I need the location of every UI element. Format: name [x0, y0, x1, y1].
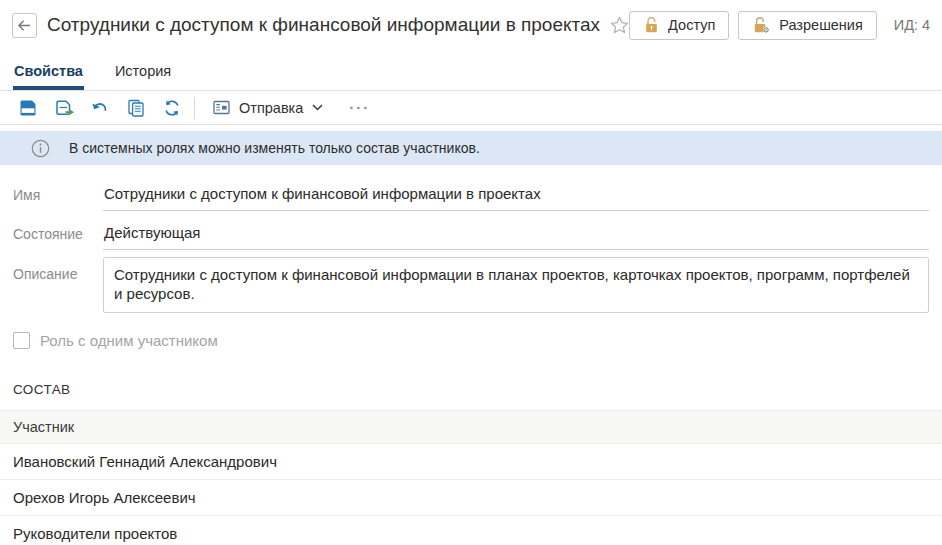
members-table: Участник Ивановский Геннадий Александров… [0, 410, 942, 545]
back-button[interactable] [12, 13, 37, 38]
copy-button[interactable] [118, 94, 154, 121]
table-row[interactable]: Ивановский Геннадий Александрович [0, 444, 942, 480]
save-button[interactable] [10, 94, 46, 121]
description-field-label: Описание [13, 257, 103, 282]
undo-icon [90, 98, 110, 118]
refresh-button[interactable] [154, 94, 190, 121]
name-field-label: Имя [13, 185, 103, 203]
permissions-button[interactable]: Разрешения [738, 11, 877, 40]
refresh-icon [162, 98, 182, 118]
send-button[interactable]: Отправка [203, 94, 333, 121]
info-icon [31, 139, 50, 158]
favorite-star-icon[interactable] [610, 16, 629, 34]
lock-icon [643, 16, 660, 34]
page-title: Сотрудники с доступом к финансовой инфор… [47, 14, 600, 36]
table-row[interactable]: Орехов Игорь Алексеевич [0, 480, 942, 516]
banner-message: В системных ролях можно изменять только … [69, 140, 480, 156]
single-member-label: Роль с одним участником [40, 332, 218, 349]
more-actions-button[interactable]: ··· [349, 99, 370, 116]
single-member-checkbox[interactable] [13, 332, 30, 349]
send-form-icon [213, 100, 230, 115]
page-header: Сотрудники с доступом к финансовой инфор… [0, 0, 942, 50]
members-section-title: СОСТАВ [13, 382, 929, 397]
tab-history[interactable]: История [114, 56, 172, 90]
chevron-down-icon [312, 104, 323, 111]
tab-bar: Свойства История [0, 50, 942, 91]
copy-icon [126, 98, 146, 118]
toolbar: Отправка ··· [0, 91, 942, 125]
send-button-label: Отправка [239, 100, 303, 116]
state-field-label: Состояние [13, 224, 103, 242]
state-input[interactable]: Действующая [103, 224, 929, 250]
save-icon [18, 98, 38, 118]
undo-button[interactable] [82, 94, 118, 121]
permissions-button-label: Разрешения [779, 17, 863, 33]
save-and-create-button[interactable] [46, 94, 82, 121]
toolbar-separator [194, 97, 195, 119]
record-id-badge: ИД: 4 [894, 17, 930, 33]
properties-form: Имя Сотрудники с доступом к финансовой и… [0, 185, 942, 313]
header-actions: Доступ Разрешения ИД: 4 [629, 11, 930, 40]
info-banner: В системных ролях можно изменять только … [0, 131, 942, 165]
access-button-label: Доступ [668, 17, 715, 33]
back-arrow-icon [17, 19, 32, 32]
save-and-create-icon [54, 98, 75, 118]
lock-gear-icon [752, 16, 771, 34]
tab-properties[interactable]: Свойства [13, 56, 84, 90]
table-row[interactable]: Руководители проектов [0, 516, 942, 545]
access-button[interactable]: Доступ [629, 11, 729, 40]
single-member-row: Роль с одним участником [13, 332, 929, 349]
members-column-header: Участник [0, 410, 942, 444]
name-input[interactable]: Сотрудники с доступом к финансовой инфор… [103, 185, 929, 211]
description-textarea[interactable]: Сотрудники с доступом к финансовой инфор… [103, 257, 929, 313]
